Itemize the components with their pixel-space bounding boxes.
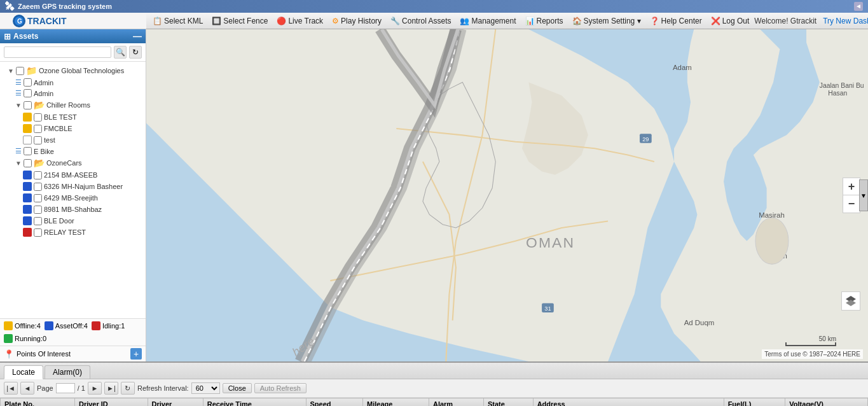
tree-item-8981[interactable]: 8981 MB-Shahbaz [0, 204, 146, 215]
poi-label: Points Of Interest [17, 350, 71, 358]
org-checkbox[interactable] [16, 67, 24, 75]
nav-play-history[interactable]: ⚙ Play History [328, 15, 385, 27]
ebike-checkbox[interactable] [24, 147, 32, 155]
col-speed: Speed [306, 398, 363, 407]
nav-log-out[interactable]: ❌ Log Out [707, 15, 754, 27]
scale-label: 50 km [819, 335, 836, 342]
control-assets-icon: 🔧 [390, 17, 400, 25]
admin1-list-icon: ☰ [15, 78, 22, 87]
tree-item-org[interactable]: ▼ 📁 Ozone Global Technologies [0, 64, 146, 77]
ozonecars-checkbox[interactable] [24, 159, 32, 167]
minimize-window-btn[interactable]: ◄ [854, 2, 863, 11]
relay-test-checkbox[interactable] [34, 228, 42, 237]
ozonecars-expand-icon[interactable]: ▼ [15, 160, 22, 167]
nav-live-track[interactable]: 🔴 Live Track [273, 15, 327, 27]
map-area[interactable]: 29 31 here Adam Jaalan Bani Bu Hasan Mas… [146, 29, 868, 361]
running-label: Running:0 [15, 335, 46, 342]
help-center-icon: ❓ [650, 17, 659, 25]
ozonecars-folder-icon: 📂 [34, 158, 45, 168]
try-new-dashboard-link[interactable]: Try New Dashboard [823, 17, 868, 25]
map-collapse-toggle[interactable]: ▼ [859, 179, 868, 211]
sidebar-minimize-btn[interactable]: — [133, 31, 142, 41]
locate-table: Plate No. Driver ID Driver Receive Time … [0, 398, 868, 406]
svg-text:31: 31 [544, 305, 551, 312]
refresh-button[interactable]: ↻ [129, 46, 142, 59]
running-dot [4, 334, 13, 343]
test-checkbox[interactable] [34, 136, 42, 144]
auto-refresh-button[interactable]: Auto Refresh [254, 383, 307, 393]
page-input[interactable] [56, 383, 75, 393]
org-label: Ozone Global Technologies [39, 67, 124, 74]
fmcble-checkbox[interactable] [34, 125, 42, 133]
nav-select-fence[interactable]: 🔲 Select Fence [208, 15, 272, 27]
first-page-button[interactable]: |◄ [4, 382, 18, 395]
tree-item-relay-test[interactable]: RELAY TEST [0, 227, 146, 238]
nav-reports[interactable]: 📊 Reports [521, 15, 567, 27]
nav-help-center[interactable]: ❓ Help Center [646, 15, 706, 27]
next-page-button[interactable]: ► [88, 382, 102, 395]
zoom-out-button[interactable]: − [843, 195, 860, 213]
org-folder-icon: 📁 [26, 66, 37, 76]
map-attribution: Terms of use © 1987–2024 HERE [762, 349, 863, 359]
8981-checkbox[interactable] [34, 206, 42, 214]
fmcble-marker [23, 124, 32, 133]
search-input[interactable] [4, 46, 111, 58]
tree-item-6429[interactable]: 6429 MB-Sreejith [0, 192, 146, 204]
tree-item-ebike[interactable]: ☰ E Bike [0, 146, 146, 157]
tab-locate[interactable]: Locate [4, 365, 43, 379]
status-assetoff: AssetOff:4 [45, 321, 88, 330]
tree-item-admin1[interactable]: ☰ Admin [0, 77, 146, 88]
live-track-icon: 🔴 [277, 17, 286, 25]
6429-label: 6429 MB-Sreejith [44, 194, 98, 202]
col-plate-no: Plate No. [1, 398, 75, 407]
fmcble-label: FMCBLE [44, 125, 72, 132]
tree-item-chiller-rooms[interactable]: ▼ 📂 Chiller Rooms [0, 99, 146, 111]
tree-item-ble-test[interactable]: BLE TEST [0, 111, 146, 123]
expand-icon[interactable]: ▼ [8, 67, 14, 74]
zoom-in-button[interactable]: + [843, 178, 860, 195]
col-voltage: Voltage(V) [785, 398, 868, 407]
tree-item-2154[interactable]: 2154 BM-ASEEB [0, 169, 146, 181]
search-button[interactable]: 🔍 [114, 46, 127, 59]
refresh-interval-select[interactable]: 60 30 120 [191, 382, 220, 394]
map-layer-button[interactable] [841, 291, 860, 311]
sidebar-header: ⊞ Assets — [0, 29, 146, 43]
6326-checkbox[interactable] [34, 183, 42, 191]
last-page-button[interactable]: ►| [104, 382, 118, 395]
nav-management[interactable]: 👥 Management [456, 15, 520, 27]
nav-system-setting[interactable]: 🏠 System Setting ▾ [568, 15, 645, 27]
prev-page-button[interactable]: ◄ [20, 382, 34, 395]
nav-control-assets[interactable]: 🔧 Control Assets [387, 15, 455, 27]
tree-item-admin2[interactable]: ☰ Admin [0, 88, 146, 99]
tree-item-ozonecars[interactable]: ▼ 📂 OzoneCars [0, 157, 146, 169]
ble-test-checkbox[interactable] [34, 113, 42, 122]
status-bar: Offline:4 AssetOff:4 Idling:1 Running:0 [0, 318, 146, 346]
6429-checkbox[interactable] [34, 194, 42, 202]
poi-add-button[interactable]: + [130, 348, 142, 360]
tree-item-ble-door[interactable]: BLE Door [0, 215, 146, 227]
ble-door-checkbox[interactable] [34, 217, 42, 225]
2154-checkbox[interactable] [34, 171, 42, 179]
refresh-table-button[interactable]: ↻ [121, 382, 135, 395]
close-button[interactable]: Close [223, 383, 252, 393]
tree-item-6326[interactable]: 6326 MH-Najum Basheer [0, 181, 146, 192]
window-title-bar: 🛰 Zaeem GPS tracking system ◄ [0, 0, 868, 13]
admin2-checkbox[interactable] [24, 89, 32, 97]
tree-item-test[interactable]: test [0, 134, 146, 146]
tab-locate-label: Locate [12, 368, 35, 377]
relay-test-label: RELAY TEST [44, 228, 86, 236]
chiller-checkbox[interactable] [24, 101, 32, 109]
tree-item-fmcble[interactable]: FMCBLE [0, 123, 146, 134]
chiller-expand-icon[interactable]: ▼ [15, 102, 22, 109]
nav-select-kml[interactable]: 📋 Select KML [149, 15, 207, 27]
nav-play-history-label: Play History [341, 17, 382, 25]
label-oman: OMAN [526, 234, 575, 251]
ble-test-label: BLE TEST [44, 113, 77, 121]
tab-alarm[interactable]: Alarm(0) [45, 365, 90, 379]
chiller-rooms-label: Chiller Rooms [46, 101, 90, 109]
ozonecars-label: OzoneCars [46, 159, 82, 167]
welcome-text: Welcome! Gtrackit [754, 17, 816, 25]
6429-marker [23, 193, 32, 202]
status-offline: Offline:4 [4, 321, 41, 330]
admin1-checkbox[interactable] [24, 78, 32, 87]
